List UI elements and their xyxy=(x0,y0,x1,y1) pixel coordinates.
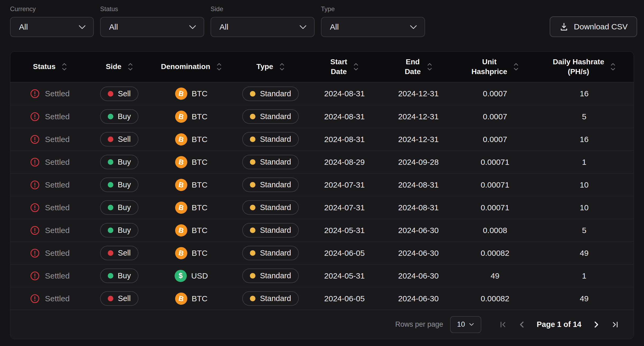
alert-circle-icon xyxy=(30,135,40,144)
side-badge: Buy xyxy=(100,268,139,283)
side-badge: Buy xyxy=(100,155,139,169)
side-dot xyxy=(108,182,113,188)
sort-icon[interactable] xyxy=(217,62,222,71)
side-cell: Sell xyxy=(90,242,149,264)
column-label: Start xyxy=(330,57,347,67)
side-cell: Sell xyxy=(90,128,149,151)
table-body: Settled Sell B BTC Standard 2024-08-31 2… xyxy=(10,82,634,310)
side-dot xyxy=(108,250,113,256)
column-label: Side xyxy=(106,62,121,72)
type-cell: Standard xyxy=(234,151,307,173)
currency-select[interactable]: All xyxy=(10,17,94,37)
side-dot xyxy=(108,296,113,301)
type-select[interactable]: All xyxy=(321,17,425,37)
type-label: Standard xyxy=(260,112,291,121)
chevron-down-icon xyxy=(469,323,474,326)
table-row: Settled Buy B BTC Standard 2024-05-31 20… xyxy=(10,219,634,242)
status-label: Settled xyxy=(45,180,69,189)
chevron-down-icon xyxy=(189,25,196,29)
sort-icon[interactable] xyxy=(610,62,615,71)
last-page-button[interactable] xyxy=(611,320,619,329)
start-date-cell: 2024-06-05 xyxy=(307,242,381,264)
side-badge: Buy xyxy=(100,109,139,124)
status-cell: Settled xyxy=(10,287,90,310)
alert-circle-icon xyxy=(30,294,40,303)
column-label-line2: (PH/s) xyxy=(568,67,589,77)
side-badge: Buy xyxy=(100,177,139,192)
sort-icon[interactable] xyxy=(62,62,67,71)
chevron-left-icon xyxy=(518,320,526,329)
status-cell: Settled xyxy=(10,242,90,264)
type-cell: Standard xyxy=(234,287,307,310)
alert-circle-icon xyxy=(30,203,40,212)
daily-hashrate-cell: 5 xyxy=(535,105,634,128)
denomination-label: BTC xyxy=(192,294,208,303)
table-row: Settled Sell B BTC Standard 2024-06-05 2… xyxy=(10,287,634,310)
side-select[interactable]: All xyxy=(211,17,315,37)
table-row: Settled Buy B BTC Standard 2024-08-31 20… xyxy=(10,105,634,128)
side-filter-label: Side xyxy=(211,5,315,13)
column-header-denomination[interactable]: Denomination xyxy=(149,52,234,82)
denomination-cell: B BTC xyxy=(149,287,234,310)
type-dot xyxy=(250,114,255,119)
sort-icon[interactable] xyxy=(353,62,358,71)
column-label: Denomination xyxy=(161,62,210,72)
rows-per-page-value: 10 xyxy=(457,320,465,329)
rows-per-page-label: Rows per page xyxy=(395,320,443,329)
start-date-cell: 2024-07-31 xyxy=(307,174,381,196)
end-date-cell: 2024-12-31 xyxy=(381,82,455,105)
btc-icon: B xyxy=(174,177,188,192)
daily-hashrate-cell: 49 xyxy=(535,287,634,310)
btc-icon: B xyxy=(174,246,188,260)
status-label: Settled xyxy=(45,271,69,280)
denomination-label: BTC xyxy=(192,226,208,235)
column-header-type[interactable]: Type xyxy=(234,52,307,82)
denomination-cell: B BTC xyxy=(149,151,234,173)
daily-hashrate-cell: 1 xyxy=(535,265,634,287)
usd-icon: $ xyxy=(175,270,187,282)
column-header-status[interactable]: Status xyxy=(10,52,90,82)
status-select[interactable]: All xyxy=(100,17,204,37)
status-cell: Settled xyxy=(10,105,90,128)
table-row: Settled Sell B BTC Standard 2024-08-31 2… xyxy=(10,128,634,151)
type-badge: Standard xyxy=(242,177,299,192)
sort-icon[interactable] xyxy=(427,62,432,71)
filter-group-currency: Currency All xyxy=(10,5,94,37)
column-header-side[interactable]: Side xyxy=(90,52,149,82)
side-badge: Sell xyxy=(100,246,138,260)
type-cell: Standard xyxy=(234,196,307,219)
unit-hashprice-cell: 0.00082 xyxy=(455,242,535,264)
alert-circle-icon xyxy=(30,271,40,281)
unit-hashprice-cell: 0.0007 xyxy=(455,82,535,105)
type-label: Standard xyxy=(260,180,291,189)
unit-hashprice-cell: 49 xyxy=(455,265,535,287)
status-cell: Settled xyxy=(10,196,90,219)
filter-group-side: Side All xyxy=(211,5,315,37)
table-row: Settled Buy B BTC Standard 2024-08-29 20… xyxy=(10,151,634,173)
column-header-end-date[interactable]: EndDate xyxy=(381,52,455,82)
column-header-start-date[interactable]: StartDate xyxy=(307,52,381,82)
alert-circle-icon xyxy=(30,248,40,258)
sort-icon[interactable] xyxy=(514,62,519,71)
next-page-button[interactable] xyxy=(592,320,600,329)
column-header-daily-hashrate[interactable]: Daily Hashrate(PH/s) xyxy=(535,52,634,82)
side-dot xyxy=(108,91,113,97)
previous-page-button[interactable] xyxy=(518,320,526,329)
column-header-unit-hashprice[interactable]: UnitHashprice xyxy=(455,52,535,82)
contracts-table: Status Side Denomination Type StartDate … xyxy=(10,51,634,339)
download-csv-button[interactable]: Download CSV xyxy=(550,16,637,37)
start-date-cell: 2024-06-05 xyxy=(307,287,381,310)
unit-hashprice-cell: 0.0008 xyxy=(455,219,535,242)
start-date-cell: 2024-07-31 xyxy=(307,196,381,219)
type-badge: Standard xyxy=(242,291,299,306)
first-page-button[interactable] xyxy=(499,320,507,329)
status-label: Settled xyxy=(45,226,69,235)
type-filter-label: Type xyxy=(321,5,425,13)
side-cell: Buy xyxy=(90,151,149,173)
unit-hashprice-cell: 0.0007 xyxy=(455,128,535,151)
sort-icon[interactable] xyxy=(279,62,284,71)
rows-per-page-select[interactable]: 10 xyxy=(450,316,481,333)
side-label: Sell xyxy=(118,294,130,303)
sort-icon[interactable] xyxy=(128,62,133,71)
column-label-line2: Date xyxy=(405,67,421,77)
